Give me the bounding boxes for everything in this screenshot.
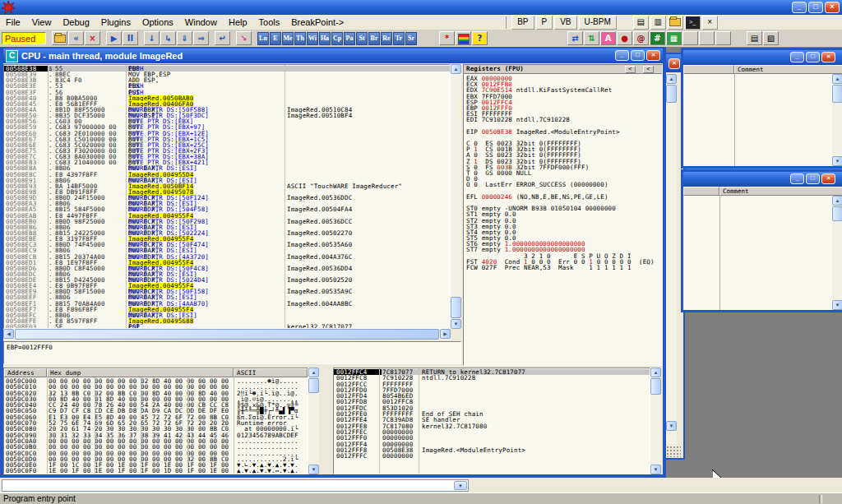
restart-button[interactable]: « [68, 31, 84, 45]
pause-button[interactable]: II [123, 31, 138, 45]
comment-window-1-close-button[interactable]: × [821, 52, 835, 62]
menu-tools[interactable]: Tools [253, 16, 286, 28]
pane-button-me[interactable]: Me [282, 32, 294, 45]
disasm-row[interactable]: 00508ED6.8B0D C8F45000MOV ECX,DWORD PTR … [4, 266, 450, 271]
log-icon[interactable]: ▥ [650, 16, 666, 30]
dump-vscrollbar[interactable]: ▲ ▼ [308, 368, 319, 474]
register-line[interactable]: FCW 027F Prec NEAR,53 Mask 1 1 1 1 1 1 [464, 265, 662, 270]
register-line[interactable]: EFL 00000246 (NO,NB,E,BE,NS,PE,GE,LE) [464, 194, 662, 200]
menu-button-u-bpm[interactable]: U-BPM [579, 16, 617, 30]
menu-button-vb[interactable]: VB [554, 16, 576, 30]
keypad-button[interactable]: # [650, 31, 665, 45]
stack-row[interactable]: 0012FFCCFFFFFFFF [334, 381, 650, 387]
disasm-row[interactable]: 00508EB0.8B0D 98F25000MOV ECX,DWORD PTR … [4, 219, 450, 224]
comment-window-2-comment-header[interactable]: Comment [719, 187, 842, 196]
disasm-row[interactable]: 00508EF7.E8 F896F8FFCALL ImageRed.004955… [4, 307, 450, 312]
stack-row[interactable]: 0012FFC87C910228ntdll.7C910228 [334, 375, 650, 381]
record-button[interactable]: ● [617, 31, 632, 45]
disasm-row[interactable]: 00508E9D.8B0D 24F15000MOV ECX,DWORD PTR … [4, 195, 450, 201]
pane-button-th[interactable]: Th [294, 32, 306, 45]
stack-row[interactable]: 0012FFF800508E38ImageRed.<ModuleEntryPoi… [334, 447, 650, 453]
stack-row[interactable]: 0012FFEC00000000 [334, 429, 650, 435]
comment-window-1-comment-header[interactable]: Comment [734, 65, 842, 74]
pane-button-re[interactable]: Re [381, 32, 392, 45]
minimize-button[interactable]: _ [792, 2, 807, 13]
menu-help[interactable]: Help [223, 16, 253, 28]
dump-header-ascii[interactable]: ASCII [234, 368, 308, 377]
pane-button-ha[interactable]: Ha [319, 32, 331, 45]
blank-button-2[interactable] [699, 31, 715, 45]
register-line[interactable]: EIP 00508E38 ImageRed.<ModuleEntryPoint> [464, 129, 662, 135]
menu-button-bp[interactable]: BP [511, 16, 534, 30]
comment-window-2-scrollbar[interactable]: ▲ ▼ [832, 196, 842, 310]
step-into-button[interactable]: ↓ [144, 31, 160, 45]
registers-header[interactable]: Registers (FPU) < < [464, 65, 662, 74]
disasm-row[interactable]: 00508EC3.8B0D 74F45000MOV ECX,DWORD PTR … [4, 242, 450, 247]
menu-options[interactable]: Options [136, 16, 179, 28]
stack-pane[interactable]: 0012FFC47C817077RETURN to kernel32.7C817… [333, 368, 650, 474]
pane-button-pa[interactable]: Pa [344, 32, 355, 45]
background-window-scrollbar[interactable]: ▲ ▼ [666, 74, 677, 444]
disassembly-vscrollbar[interactable]: ▲ ▼ [451, 64, 461, 329]
comment-window-1-titlebar[interactable]: _ □ × [683, 50, 842, 65]
pane-button-e[interactable]: E [270, 32, 281, 45]
pane-button-st[interactable]: St [356, 32, 368, 45]
pane-button-tr[interactable]: Tr [393, 32, 405, 45]
comment-window-2-close-button[interactable]: × [821, 173, 835, 184]
disasm-row[interactable]: 00508E3B.83C4 F0ADD ESP,-10 [4, 77, 450, 83]
stack-row[interactable]: 0012FFD07FFD7000 [334, 387, 650, 393]
registers-pane[interactable]: Registers (FPU) < < EAX 00000000ECX 0012… [463, 64, 663, 366]
stack-row[interactable]: 0012FFDC853D1020 [334, 405, 650, 411]
disassembly-hscrollbar[interactable]: ◀ ▶ [3, 329, 451, 340]
stack-row[interactable]: 0012FFF000000000 [334, 435, 650, 441]
disasm-row[interactable]: 00508E38$55PUSH EBP [4, 66, 450, 72]
pane-button-wi[interactable]: Wi [307, 32, 318, 45]
go-to-button[interactable]: ↘ [236, 31, 252, 45]
register-line[interactable]: EDI 7C910228 ntdll.7C910228 [464, 117, 662, 123]
blank-button-3[interactable] [715, 31, 731, 45]
dump-header[interactable]: Address Hex dump ASCII [4, 368, 308, 377]
appearance-button[interactable] [456, 31, 471, 45]
disasm-row[interactable]: 00508EE9.8B0D 58F15000MOV ECX,DWORD PTR … [4, 289, 450, 294]
comment-window-1-col1[interactable] [683, 65, 734, 74]
options-button[interactable]: * [439, 31, 455, 45]
updown-button[interactable]: ⇅ [584, 31, 599, 45]
comment-window-2-titlebar[interactable]: _ □ × [683, 172, 842, 187]
layout-marks-button[interactable]: ▧ [763, 31, 779, 45]
folder-icon[interactable] [668, 16, 683, 30]
disasm-row[interactable]: 00508E83.C683 21040000 00MOV BYTE PTR DS… [4, 160, 450, 165]
stack-vscrollbar[interactable]: ▲ ▼ [650, 368, 661, 474]
menu-breakpoint[interactable]: BreakPoint-> [285, 16, 349, 28]
register-line[interactable]: O 0 LastErr ERROR_SUCCESS (00000000) [464, 182, 662, 187]
menu-view[interactable]: View [26, 16, 58, 28]
background-window-close-button[interactable]: × [669, 58, 680, 69]
disasm-row[interactable]: 00508EFE.E8 8597F8FFCALL ImageRed.004956… [4, 318, 450, 324]
window-button[interactable]: ▦ [666, 31, 682, 45]
comment-window-2-col1[interactable] [683, 187, 719, 196]
pane-button-cp[interactable]: Cp [331, 32, 343, 45]
dump-header-hex[interactable]: Hex dump [47, 368, 234, 377]
open-file-button[interactable] [52, 31, 67, 45]
disassembly-pane[interactable]: 00508E38$55PUSH EBP00508E39.8BECMOV EBP,… [3, 64, 451, 329]
registers-prev-button[interactable]: < [625, 66, 636, 73]
help-button[interactable]: ? [472, 31, 488, 45]
comment-window-2-minimize-button[interactable]: _ [790, 173, 804, 184]
swap-button[interactable]: ⇄ [567, 31, 583, 45]
stack-row[interactable]: 0012FFE87C817080kernel32.7C817080 [334, 423, 650, 429]
menu-file[interactable]: File [0, 16, 26, 28]
disasm-row[interactable]: 00508E8C.E8 4397F8FFCALL ImageRed.004955… [4, 172, 450, 178]
pane-button-ln[interactable]: Ln [257, 32, 269, 45]
menu-window[interactable]: Window [179, 16, 223, 28]
stack-row[interactable]: 0012FFD48054B6ED [334, 393, 650, 399]
cpu-close-button[interactable]: × [646, 50, 660, 61]
stack-row[interactable]: 0012FFE47C839AD8SE handler [334, 417, 650, 423]
notepad-icon[interactable]: ▤ [633, 16, 649, 30]
menu-button-p[interactable]: P [536, 16, 553, 30]
stack-row[interactable]: 0012FFC47C817077RETURN to kernel32.7C817… [334, 369, 650, 375]
registers-next-button[interactable]: < [643, 66, 654, 73]
comment-window-1-minimize-button[interactable]: _ [790, 52, 804, 62]
command-dropdown-button[interactable]: ▼ [454, 481, 467, 490]
comment-window-1-scrollbar[interactable]: ▲ ▼ [832, 74, 842, 166]
layout-panel-button[interactable]: ▤ [747, 31, 762, 45]
console-icon[interactable]: >_ [685, 16, 701, 30]
